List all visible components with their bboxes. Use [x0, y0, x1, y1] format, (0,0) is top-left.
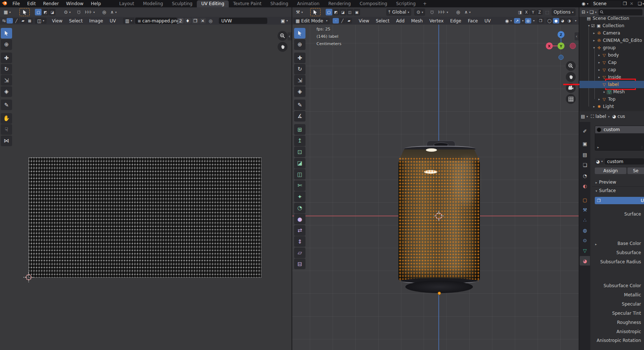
properties-tab-active-tool[interactable]: ✐ [580, 126, 590, 136]
tool-edge-slide[interactable]: ⇄ [294, 225, 305, 236]
uv-mode-island-button[interactable]: ▦ [26, 18, 33, 24]
tool-bevel[interactable]: ◪ [294, 158, 305, 169]
outliner-item-cap[interactable]: ▸▽Cap▽ [579, 59, 644, 66]
properties-tab-render[interactable]: ▣ [580, 139, 590, 148]
uv-editor-type-icon[interactable]: ▦▾ [1, 9, 13, 15]
uv-map-field[interactable]: UVW [219, 18, 267, 24]
tool-transform[interactable]: ◈ [1, 86, 12, 97]
display-channels-icon[interactable]: ▣▾ [279, 18, 290, 24]
v3d-menu-select[interactable]: Select [373, 18, 393, 24]
v3d-menu-add[interactable]: Add [393, 18, 408, 24]
uv-select-subtract-button[interactable]: ◪ [49, 9, 55, 15]
disclosure-icon[interactable]: ▸ [597, 75, 601, 79]
orientation-dropdown[interactable]: ⤒ Global▾ [386, 8, 412, 16]
tool-add-cube[interactable]: ⊞ [294, 124, 305, 135]
v3d-tool-icon[interactable]: ⚒▾ [294, 9, 305, 15]
workspace-tab-texture-paint[interactable]: Texture Paint [229, 0, 266, 7]
v3d-select-subtract-button[interactable]: ◪ [340, 9, 346, 15]
outliner-item-collection[interactable]: ▾☑▣Collection [579, 22, 644, 29]
tool-rotate[interactable]: ↻ [1, 64, 12, 75]
axis-gizmo[interactable]: Z X Y [544, 29, 578, 63]
v3d-menu-edge[interactable]: Edge [447, 18, 464, 24]
outliner-item-scene-collection[interactable]: ▤Scene Collection [579, 15, 644, 22]
workspace-tab-compositing[interactable]: Compositing [355, 0, 391, 7]
v3d-menu-mesh[interactable]: Mesh [408, 18, 426, 24]
tool-grab[interactable]: ✋ [1, 113, 12, 124]
uv-menu-image[interactable]: Image [86, 18, 106, 24]
surface-panel-header[interactable]: ▾Surface [596, 188, 616, 193]
tool-shrink-fatten[interactable]: ⇕ [294, 236, 305, 247]
scene-browse-icon[interactable]: ◉▾ [579, 1, 591, 7]
gizmos-toggle[interactable]: ↗ [514, 18, 520, 24]
overlays-dropdown-icon[interactable]: ▾ [532, 19, 536, 22]
disclosure-icon[interactable]: ▸ [597, 53, 601, 57]
v3d-select-extend-button[interactable]: ◩ [333, 9, 339, 15]
outliner-display-mode-icon[interactable]: ⊟▾ [581, 9, 589, 15]
shading-rendered-button[interactable]: ◑ [566, 18, 572, 24]
properties-tab-world[interactable]: ◐ [580, 181, 590, 191]
disclosure-icon[interactable]: ▸ [592, 105, 596, 108]
shading-material-button[interactable]: ◕ [560, 18, 566, 24]
properties-tab-physics[interactable]: ◍ [580, 225, 590, 235]
tool-tweak-select[interactable] [1, 28, 12, 39]
disclosure-icon[interactable]: ▸ [597, 97, 601, 101]
snap-toggle-icon[interactable]: Ω [428, 9, 436, 15]
uv-pan-button[interactable] [278, 42, 287, 52]
menu-edit[interactable]: Edit [23, 0, 39, 7]
blender-logo-icon[interactable] [0, 1, 9, 7]
assign-button[interactable]: Assign [595, 167, 626, 174]
tool-select-box[interactable] [294, 28, 305, 39]
slot-specials-icon[interactable]: ▸ [597, 145, 599, 149]
uv-menu-view[interactable]: View [49, 18, 66, 24]
tool-rip-region[interactable]: ⊟ [294, 259, 305, 269]
uv-falloff-icon[interactable]: ∧▾ [108, 9, 119, 15]
add-workspace-button[interactable]: + [420, 1, 430, 6]
select-button[interactable]: Se [627, 167, 644, 174]
view-layer-icon[interactable]: ❏ [635, 1, 643, 6]
material-browse-icon[interactable]: ◕▾ [595, 158, 604, 165]
tool-relax[interactable]: ☟ [1, 124, 12, 135]
uv-sidebar-toggle[interactable]: ‹ [287, 32, 292, 40]
tool-extrude-region[interactable]: ↥ [294, 136, 305, 146]
properties-tab-object[interactable]: ▢ [580, 195, 590, 205]
disclosure-icon[interactable]: ▸ [602, 90, 607, 94]
tool-scale[interactable]: ⇲ [1, 75, 12, 86]
pin-icon[interactable]: ◎ [206, 18, 215, 24]
preview-panel-header[interactable]: ▸Preview [596, 180, 616, 185]
v3d-select-intersect-button[interactable]: ▣ [354, 9, 360, 15]
v3d-ortho-toggle-button[interactable] [566, 94, 576, 104]
new-image-icon[interactable]: ❐ [192, 18, 199, 24]
menu-window[interactable]: Window [62, 0, 87, 7]
breadcrumb-object[interactable]: ⛶ label [589, 113, 608, 119]
workspace-tab-sculpting[interactable]: Sculpting [167, 0, 197, 7]
outliner-item-top[interactable]: ▸▽Top▽ [579, 95, 644, 103]
uv-image-users-button[interactable]: 2 [178, 18, 184, 24]
outliner-filter-icon[interactable]: ❏▾ [589, 9, 597, 15]
uv-mode-face-button[interactable]: ▰ [20, 18, 26, 24]
tool-cursor[interactable]: ⊕ [1, 39, 12, 50]
tool-smooth[interactable]: ● [294, 214, 305, 224]
fake-user-shield-icon[interactable]: ♦ [184, 18, 191, 24]
unlink-image-icon[interactable]: ✕ [199, 18, 206, 24]
outliner-item-cinema-4d-edito[interactable]: ▸✇CINEMA_4D_Edito [579, 37, 644, 44]
mirror-z-button[interactable]: Z [536, 10, 543, 15]
disclosure-icon[interactable]: ▸ [592, 39, 596, 42]
disclosure-icon[interactable]: ▸ [597, 68, 601, 72]
snap-base-icon[interactable]: ⬚ [543, 10, 551, 15]
outliner-item-label[interactable]: ▽label [579, 81, 644, 88]
tool-shear[interactable]: ▱ [294, 248, 305, 258]
outliner-item-group[interactable]: ▾✢group [579, 44, 644, 51]
uv-snap-target-icon[interactable]: ⊦⊦⊦▾ [83, 9, 97, 15]
uv-mode-edge-button[interactable]: ╱ [13, 18, 19, 24]
menu-file[interactable]: File [9, 0, 23, 7]
shading-wireframe-button[interactable]: ◯ [546, 18, 553, 24]
gizmo-minus-z-ball[interactable] [559, 55, 564, 60]
tool-cursor[interactable]: ⊕ [294, 39, 305, 50]
gizmo-minus-x-ball[interactable] [570, 43, 576, 49]
tool-knife[interactable]: ✄ [294, 180, 305, 191]
workspace-tab-scripting[interactable]: Scripting [392, 0, 420, 7]
tool-pinch[interactable]: ⋈ [1, 136, 12, 146]
uv-proportional-icon[interactable]: ◎ [100, 9, 108, 15]
tool-annotate[interactable]: ✎ [294, 100, 305, 110]
outliner-item-camera[interactable]: ▸✇Camera✇ [579, 29, 644, 37]
